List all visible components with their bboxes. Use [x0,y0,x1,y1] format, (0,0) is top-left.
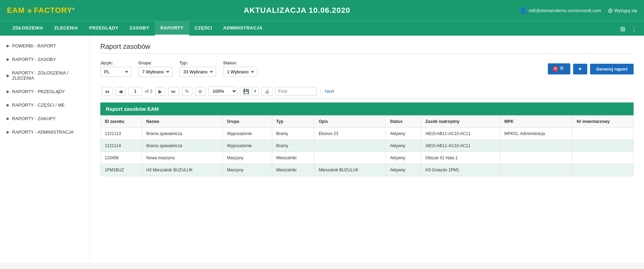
type-label: Typ: [180,61,216,65]
nav-right: ⊞ ⋮ [620,25,637,36]
table-cell: Wyposażenie [223,128,272,140]
arrow-icon: ▶ [7,57,9,62]
col-nazwa: Nazwa [142,116,222,128]
content-area: Raport zasobów Język: PL Grupa: 7 Wybran… [90,36,644,263]
print-button[interactable]: 🖨 [261,87,273,96]
table-cell: Aktywny [386,164,421,176]
nav-item-przeglady[interactable]: PRZEGLĄDY [84,21,124,36]
refresh-button[interactable]: ↻ [182,87,192,96]
table-cell: Maszyny [223,164,272,176]
table-cell: Mieszalnik BUZULUK [314,164,386,176]
top-header: EAM ⑤ FACTORY® AKTUALIZACJA 10.06.2020 👤… [0,0,644,21]
report-table-container: Raport zasobów EAM ID zasobu Nazwa Grupa… [100,102,634,176]
search-button[interactable]: ✕ 🔍 [548,63,570,74]
sidebar-item-raporty-przeglady[interactable]: ▶ RAPORTY - PRZEGLĄDY [0,85,90,98]
find-input[interactable] [275,87,317,96]
status-select[interactable]: 1 Wybrano [223,67,257,77]
table-cell: Maszyny [223,152,272,164]
status-label: Status: [223,61,257,65]
menu-dots-icon[interactable]: ⋮ [631,25,637,33]
table-row: 1121113Brama spawalniczaWyposażenieBramy… [101,128,634,140]
header-title: AKTUALIZACJA 10.06.2020 [243,6,350,15]
zoom-select[interactable]: 100% 75% 50% 125% [208,87,237,96]
table-cell: Obszar 01 Hala 1 [421,152,500,164]
sidebar-item-raporty-zakupy[interactable]: ▶ RAPORTY - ZAKUPY [0,112,90,125]
table-cell: AB10-AB11-AC10-AC11 [421,128,500,140]
filter-group: Grupa: 7 Wybrano [138,61,173,77]
sidebar-item-label: RAPORTY - ZASOBY [12,57,56,62]
main-layout: ▶ POWERBI - RAPORT ▶ RAPORTY - ZASOBY ▶ … [0,36,644,263]
filters-row: Język: PL Grupa: 7 Wybrano Typ: 33 Wybra… [100,61,634,77]
nav-item-czesci[interactable]: CZĘŚCI [189,21,218,36]
save-dropdown-button[interactable]: ▼ [252,88,258,95]
table-cell: 1PM1BUZ [101,164,142,176]
table-cell [500,152,572,164]
filter-type: Typ: 33 Wybrano [180,61,216,77]
nav-bar: ZGŁOSZENIA ZLECENIA PRZEGLĄDY ZASOBY RAP… [0,21,644,36]
table-cell: Ekonox 23 [314,128,386,140]
col-mpk: MPK [500,116,572,128]
arrow-icon: ▶ [7,89,9,94]
first-page-button[interactable]: ⏮ [102,87,113,96]
table-cell: H3 Gniazdo 1PM1 [421,164,500,176]
nav-item-zlecenia[interactable]: ZLECENIA [49,21,84,36]
table-cell: Nowa maszyna [142,152,222,164]
save-button[interactable]: 💾 [240,87,252,96]
group-select[interactable]: 7 Wybrano [138,67,173,77]
clear-icon: ✕ [553,66,558,72]
table-cell: Bramy [272,128,314,140]
table-cell [500,164,572,176]
col-nr-inw: Nr inwentarzowy [572,116,634,128]
type-select[interactable]: 33 Wybrano [180,67,216,77]
logo: EAM ⑤ FACTORY® [7,6,75,15]
table-cell: 1121114 [101,140,142,152]
next-page-button[interactable]: ▶ [155,87,165,96]
table-cell [500,140,572,152]
page-input[interactable] [128,87,142,96]
arrow-icon: ▶ [7,116,9,121]
nav-item-administracja[interactable]: ADMINISTRACJA [218,21,268,36]
table-row: 1121114Brama spawalniczaWyposażenieBramy… [101,140,634,152]
arrow-icon: ▶ [7,44,9,48]
back-button[interactable]: ⊖ [195,87,205,96]
logout-button[interactable]: ⏻ Wyloguj się [608,8,637,13]
page-title: Raport zasobów [100,43,634,51]
nav-item-zasoby[interactable]: ZASOBY [124,21,155,36]
col-opis: Opis [314,116,386,128]
sidebar-item-label: RAPORTY - ADMINISTRACJA [12,129,74,135]
report-header: Raport zasobów EAM [100,102,634,115]
grid-icon[interactable]: ⊞ [620,25,625,33]
logout-label: Wyloguj się [614,8,637,13]
table-cell: Bramy [272,140,314,152]
filter-actions: ✕ 🔍 ▼ Generuj raport [548,63,634,74]
prev-page-button[interactable]: ◀ [116,87,126,96]
arrow-icon: ▶ [7,73,9,78]
report-table: ID zasobu Nazwa Grupa Typ Opis Status Za… [100,115,634,176]
sidebar-item-label: RAPORTY - PRZEGLĄDY [12,89,65,94]
table-cell: Aktywny [386,128,421,140]
sidebar-item-raporty-administracja[interactable]: ▶ RAPORTY - ADMINISTRACJA [0,125,90,139]
language-select[interactable]: PL [100,67,131,77]
table-cell: 123456 [101,152,142,164]
table-cell: Mieszalniki [272,164,314,176]
user-email: ml5@dsreamdemo.onmicrosoft.com [529,8,601,13]
col-typ: Typ [272,116,314,128]
table-cell: Aktywny [386,140,421,152]
table-cell: AB10-AB11-AC10-AC11 [421,140,500,152]
col-zasob-nad: Zasób nadrzędny [421,116,500,128]
filter-language: Język: PL [100,61,131,77]
sidebar-item-raporty-czesci[interactable]: ▶ RAPORTY - CZĘŚCI / ME [0,98,90,112]
sidebar-item-label: RAPORTY - CZĘŚCI / ME [12,102,65,108]
find-next-button[interactable]: Next [325,89,334,94]
col-grupa: Grupa [223,116,272,128]
filter-button[interactable]: ▼ [573,64,587,74]
sidebar-item-raporty-zgloszenia[interactable]: ▶ RAPORTY - ZGŁOSZENIA / ZLECENIA [0,66,90,85]
nav-item-raporty[interactable]: RAPORTY [155,21,189,36]
last-page-button[interactable]: ⏭ [168,87,179,96]
sidebar-item-raporty-zasoby[interactable]: ▶ RAPORTY - ZASOBY [0,53,90,66]
nav-item-zgloszenia[interactable]: ZGŁOSZENIA [7,21,49,36]
sidebar-item-powerbi[interactable]: ▶ POWERBI - RAPORT [0,39,90,53]
group-label: Grupa: [138,61,173,65]
table-cell: MPK01, Administracja [500,128,572,140]
generate-button[interactable]: Generuj raport [590,64,634,74]
